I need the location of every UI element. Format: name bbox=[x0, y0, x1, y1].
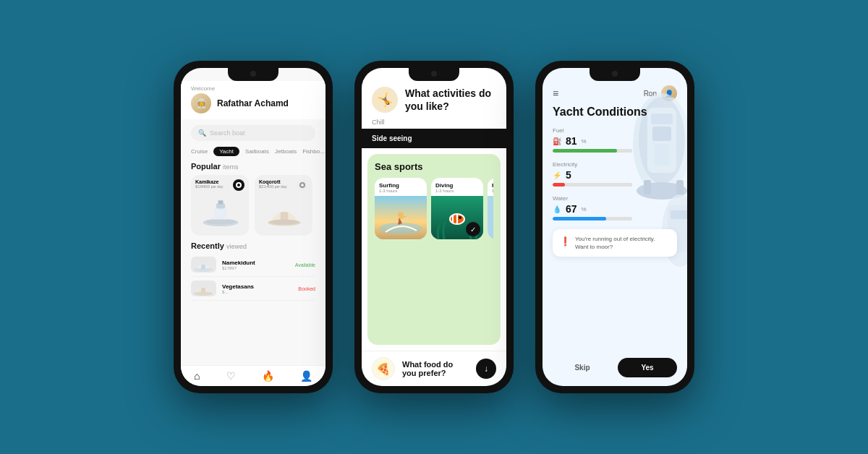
electricity-icon: ⚡ bbox=[553, 171, 561, 179]
recent-price-2: $... bbox=[222, 290, 292, 294]
water-icon: 💧 bbox=[553, 205, 561, 213]
sea-sports-section: Sea sports Surfing 1-3 hours bbox=[367, 154, 501, 345]
fuel-icon: ⛽ bbox=[553, 137, 561, 145]
category-tabs: Cruise Yacht Sailboats Jetboats Fishbo..… bbox=[181, 147, 326, 162]
svg-point-7 bbox=[271, 219, 299, 224]
yes-button[interactable]: Yes bbox=[618, 358, 677, 377]
recently-list: Namekidunt $17897 Available Veget bbox=[191, 253, 315, 301]
camera-2 bbox=[431, 71, 437, 77]
search-placeholder: Search boat bbox=[210, 129, 245, 137]
food-icon: 🍕 bbox=[372, 357, 395, 380]
recent-item-1[interactable]: Namekidunt $17897 Available bbox=[191, 253, 315, 277]
activity-card-surfing[interactable]: Surfing 1-3 hours bbox=[375, 178, 427, 239]
phone-2: 🤸 What activities do you like? Chill Sid… bbox=[354, 61, 514, 393]
diving-img: ✓ bbox=[431, 196, 483, 239]
recent-name-2: Vegetasans bbox=[222, 283, 292, 290]
phone3-actions: Skip Yes bbox=[542, 352, 687, 386]
electricity-label: Electricity bbox=[553, 161, 677, 168]
activities-title: What activities do you like? bbox=[405, 87, 496, 113]
svg-rect-9 bbox=[201, 265, 205, 270]
notch-3 bbox=[590, 68, 640, 81]
notch-2 bbox=[409, 68, 459, 81]
svg-rect-6 bbox=[281, 212, 289, 220]
svg-rect-2 bbox=[216, 204, 225, 209]
avatar: 👳 bbox=[191, 93, 211, 113]
tab-sailboats[interactable]: Sailboats bbox=[245, 148, 269, 155]
svg-rect-11 bbox=[201, 288, 205, 294]
tab-jetboats[interactable]: Jetboats bbox=[275, 148, 297, 155]
water-value: 67 bbox=[566, 203, 577, 215]
surfing-name: Surfing bbox=[379, 182, 422, 189]
welcome-label: Welcome bbox=[191, 85, 315, 92]
electricity-value: 5 bbox=[566, 169, 571, 181]
side-seeing-bar[interactable]: Side seeing bbox=[362, 129, 506, 148]
search-bar[interactable]: 🔍 Search boat bbox=[191, 125, 315, 141]
fuel-value: 81 bbox=[566, 135, 577, 147]
water-condition: Water 💧 67 % bbox=[553, 195, 677, 220]
boat-card-2[interactable]: Koqorott $21400 per day bbox=[255, 175, 312, 236]
diving-info: Diving 1-2 hours bbox=[431, 178, 483, 196]
electricity-bar-fill bbox=[553, 183, 565, 187]
boat-btn-2[interactable] bbox=[297, 179, 308, 191]
down-arrow-button[interactable]: ↓ bbox=[476, 359, 496, 379]
popular-grid: Kamikaze $18400 per day Koqo bbox=[191, 175, 315, 236]
activity-card-partial[interactable]: P... 1-... bbox=[488, 178, 493, 239]
nav-home-icon[interactable]: ⌂ bbox=[194, 370, 200, 382]
recent-price-1: $17897 bbox=[222, 266, 289, 270]
electricity-bar-bg bbox=[553, 183, 632, 187]
boat-card-1[interactable]: Kamikaze $18400 per day bbox=[191, 175, 249, 236]
electricity-value-row: ⚡ 5 bbox=[553, 169, 677, 181]
fuel-unit: % bbox=[582, 138, 587, 145]
recent-img-2 bbox=[191, 280, 216, 296]
water-label: Water bbox=[553, 195, 677, 202]
tab-yacht-active[interactable]: Yacht bbox=[213, 147, 239, 156]
popular-title: Popular items bbox=[191, 162, 315, 171]
boat-img-2 bbox=[259, 192, 310, 231]
partial-info: P... 1-... bbox=[488, 178, 493, 196]
recently-sub: viewed bbox=[226, 243, 247, 250]
notch-1 bbox=[228, 68, 278, 81]
svg-point-4 bbox=[205, 219, 236, 224]
warning-text: You're running out of electricity. Want … bbox=[575, 235, 670, 251]
fuel-bar-bg bbox=[553, 149, 632, 153]
camera-1 bbox=[250, 71, 256, 77]
recent-item-2[interactable]: Vegetasans $... Booked bbox=[191, 277, 315, 301]
yacht-conditions-title: Yacht Conditions bbox=[553, 106, 677, 119]
fuel-condition: Fuel ⛽ 81 % bbox=[553, 127, 677, 153]
phone2-header: 🤸 What activities do you like? bbox=[362, 81, 506, 119]
nav-favorites-icon[interactable]: ♡ bbox=[226, 370, 236, 382]
svg-rect-3 bbox=[218, 200, 224, 204]
water-bar-fill bbox=[553, 217, 606, 220]
svg-point-13 bbox=[379, 223, 422, 234]
boat-img-1 bbox=[195, 192, 246, 231]
warning-box: ❗ You're running out of electricity. Wan… bbox=[553, 229, 677, 257]
water-unit: % bbox=[582, 206, 587, 213]
activity-card-diving[interactable]: Diving 1-2 hours bbox=[431, 178, 483, 239]
electricity-condition: Electricity ⚡ 5 bbox=[553, 161, 677, 187]
phone-1-screen: Welcome 👳 Rafathar Achamd 🔍 Search boat … bbox=[181, 68, 326, 386]
tab-cruise[interactable]: Cruise bbox=[191, 148, 208, 155]
search-icon: 🔍 bbox=[198, 129, 206, 137]
fuel-bar-fill bbox=[553, 149, 617, 153]
recently-title: Recently viewed bbox=[191, 241, 315, 250]
boat-btn-1[interactable] bbox=[233, 179, 244, 191]
nav-profile-icon[interactable]: 👤 bbox=[300, 370, 312, 382]
popular-sub: items bbox=[223, 163, 239, 171]
chill-label: Chill bbox=[362, 119, 506, 129]
phone-3-screen: ≡ Ron 👤 Yacht Conditions Fuel ⛽ 81 % bbox=[542, 68, 687, 386]
activity-icon: 🤸 bbox=[372, 87, 398, 113]
camera-3 bbox=[612, 71, 618, 77]
user-row: 👳 Rafathar Achamd bbox=[191, 93, 315, 113]
phone-3: ≡ Ron 👤 Yacht Conditions Fuel ⛽ 81 % bbox=[535, 61, 694, 393]
phone1-header: Welcome 👳 Rafathar Achamd bbox=[181, 81, 326, 119]
tab-fishboat[interactable]: Fishbo... bbox=[302, 148, 325, 155]
phone-2-screen: 🤸 What activities do you like? Chill Sid… bbox=[362, 68, 506, 386]
menu-icon[interactable]: ≡ bbox=[553, 87, 558, 99]
svg-point-21 bbox=[459, 216, 461, 219]
nav-trending-icon[interactable]: 🔥 bbox=[262, 370, 274, 382]
skip-button[interactable]: Skip bbox=[553, 358, 612, 377]
recent-status-2: Booked bbox=[298, 286, 315, 291]
diving-time: 1-2 hours bbox=[435, 189, 479, 193]
phone-1: Welcome 👳 Rafathar Achamd 🔍 Search boat … bbox=[174, 61, 333, 393]
diving-name: Diving bbox=[435, 182, 479, 189]
